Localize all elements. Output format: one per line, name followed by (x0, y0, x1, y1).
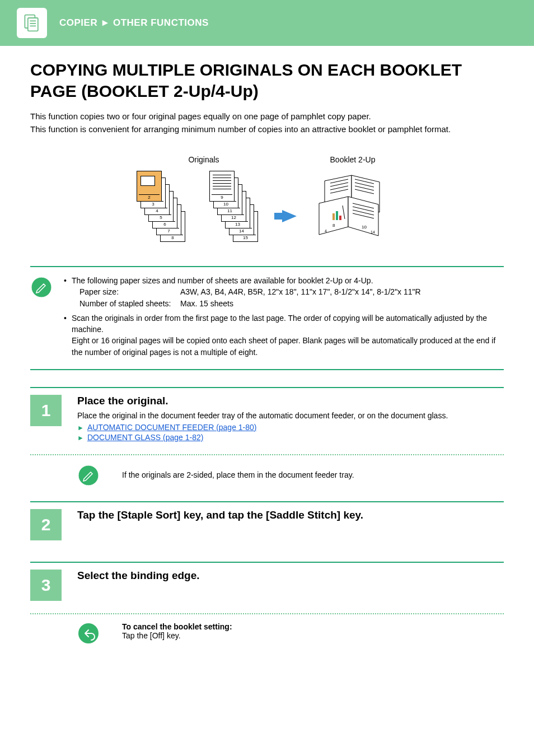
svg-rect-20 (339, 216, 341, 220)
step-1-subnote: If the originals are 2-sided, place them… (30, 463, 504, 487)
stapled-sheets-value: Max. 15 sheets (180, 298, 233, 309)
cancel-text: Tap the [Off] key. (122, 631, 232, 640)
intro-line-2: This function is convenient for arrangin… (30, 123, 504, 135)
step-1: 1 Place the original. Place the original… (30, 387, 504, 446)
svg-text:4: 4 (325, 229, 327, 233)
step-3: 3 Select the binding edge. (30, 562, 504, 605)
stapled-sheets-label: Number of stapled sheets: (79, 298, 180, 309)
step-3-title: Select the binding edge. (77, 570, 504, 582)
step-2-title: Tap the [Staple Sort] key, and tap the [… (77, 509, 504, 521)
triangle-icon: ► (77, 434, 84, 442)
svg-text:14: 14 (371, 230, 375, 234)
link-document-glass[interactable]: DOCUMENT GLASS (page 1-82) (87, 433, 203, 442)
cancel-title: To cancel the booklet setting: (122, 622, 232, 631)
pen-icon (77, 464, 100, 487)
breadcrumb-section[interactable]: COPIER (59, 17, 97, 28)
cancel-note: To cancel the booklet setting: Tap the [… (30, 622, 504, 645)
info-bullet-1: The following paper sizes and number of … (72, 276, 373, 285)
link-adf[interactable]: AUTOMATIC DOCUMENT FEEDER (page 1-80) (87, 423, 257, 432)
step-number-3: 3 (30, 570, 62, 601)
svg-point-24 (78, 465, 99, 486)
step-number-1: 1 (30, 395, 62, 426)
undo-icon (77, 622, 100, 645)
step-number-2: 2 (30, 509, 62, 540)
svg-text:10: 10 (362, 225, 367, 230)
triangle-icon: ► (77, 424, 84, 432)
stack-a: 8 7 6 5 4 3 2 (137, 171, 198, 249)
diagram-row: Originals 8 7 6 5 4 3 2 15 14 13 12 11 (30, 155, 504, 249)
step-1-title: Place the original. (77, 395, 504, 407)
svg-rect-18 (332, 213, 335, 220)
page-title: COPYING MULTIPLE ORIGINALS ON EACH BOOKL… (30, 59, 504, 101)
header-bar: COPIER ► OTHER FUNCTIONS (0, 0, 534, 46)
originals-label: Originals (188, 155, 219, 164)
breadcrumb-sep: ► (100, 17, 110, 28)
stack-b: 15 14 13 12 11 10 9 (209, 171, 271, 249)
breadcrumb: COPIER ► OTHER FUNCTIONS (59, 17, 209, 29)
intro-line-1: This function copies two or four origina… (30, 110, 504, 122)
booklet-diagram: Booklet 2-Up 7 9 8 10 (308, 155, 397, 244)
svg-rect-1 (28, 18, 38, 31)
svg-rect-19 (336, 211, 338, 220)
info-bullet-2-extra: Eight or 16 original pages will be copie… (72, 335, 504, 358)
intro-text: This function copies two or four origina… (30, 110, 504, 135)
booklet-label: Booklet 2-Up (330, 155, 376, 164)
divider (30, 369, 504, 370)
info-bullet-2: Scan the originals in order from the fir… (72, 314, 487, 334)
paper-size-label: Paper size: (79, 286, 180, 297)
breadcrumb-page[interactable]: OTHER FUNCTIONS (113, 17, 209, 28)
copier-icon (17, 8, 47, 38)
paper-size-value: A3W, A3, B4, A4R, B5R, 12"x 18", 11"x 17… (180, 286, 421, 297)
dotted-divider (30, 454, 504, 455)
arrow-icon (282, 210, 297, 222)
pen-icon (30, 276, 53, 298)
info-note: The following paper sizes and number of … (30, 267, 504, 369)
step-1-note-text: If the originals are 2-sided, place them… (115, 470, 354, 479)
originals-diagram: Originals 8 7 6 5 4 3 2 15 14 13 12 11 (137, 155, 271, 249)
step-1-text: Place the original in the document feede… (77, 410, 504, 422)
svg-point-23 (31, 277, 51, 297)
dotted-divider (30, 613, 504, 614)
svg-text:8: 8 (332, 223, 335, 228)
step-2: 2 Tap the [Staple Sort] key, and tap the… (30, 501, 504, 545)
